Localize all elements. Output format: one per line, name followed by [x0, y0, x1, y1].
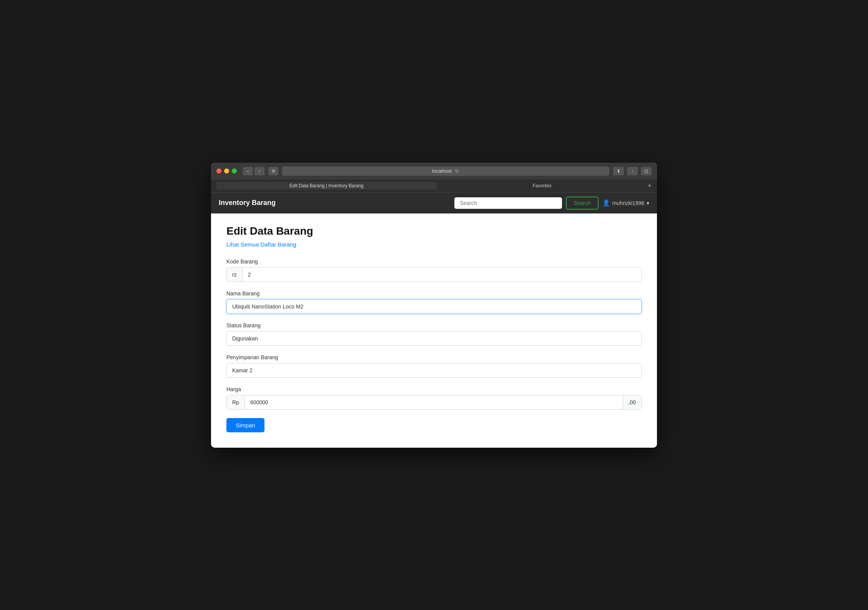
app-brand: Inventory Barang: [219, 199, 276, 207]
dropdown-arrow-icon: ▾: [647, 200, 649, 206]
minimize-button[interactable]: [224, 168, 229, 173]
back-link[interactable]: Lihat Semua Daftar Barang: [226, 241, 296, 248]
new-tab-button[interactable]: +: [648, 182, 652, 190]
reload-button[interactable]: ↻: [455, 168, 459, 174]
share-button[interactable]: ↑: [627, 167, 638, 175]
status-barang-input[interactable]: [226, 331, 642, 346]
new-window-button[interactable]: ⊡: [641, 167, 652, 175]
forward-button[interactable]: ›: [254, 167, 264, 175]
nama-barang-input[interactable]: [226, 299, 642, 314]
url-text: localhost: [432, 168, 452, 174]
page-title: Edit Data Barang: [226, 225, 642, 237]
traffic-lights: [216, 168, 237, 173]
kode-barang-input-group: rz: [226, 267, 642, 282]
download-button[interactable]: ⬇: [613, 167, 624, 175]
harga-suffix: ,00: [623, 395, 641, 409]
status-barang-label: Status Barang: [226, 322, 642, 328]
nav-buttons: ‹ ›: [243, 167, 264, 175]
tab-label[interactable]: Edit Data Barang | Inventory Barang: [216, 182, 437, 190]
close-button[interactable]: [216, 168, 221, 173]
harga-label: Harga: [226, 386, 642, 392]
search-input[interactable]: [454, 197, 562, 209]
favorites-bar: Edit Data Barang | Inventory Barang Favo…: [211, 180, 657, 193]
browser-window: ‹ › ⊞ localhost ↻ ⬇ ↑ ⊡ Edit Data Barang…: [211, 163, 657, 448]
user-icon: 👤: [602, 199, 610, 207]
harga-group: Harga Rp ,00: [226, 386, 642, 410]
kode-barang-input[interactable]: [243, 268, 641, 282]
app-navbar: Inventory Barang Search 👤 muhrizki1996 ▾: [211, 193, 657, 213]
penyimpanan-barang-input[interactable]: [226, 363, 642, 378]
nama-barang-group: Nama Barang: [226, 290, 642, 314]
harga-prefix: Rp: [227, 395, 245, 409]
kode-barang-label: Kode Barang: [226, 258, 642, 265]
status-barang-group: Status Barang: [226, 322, 642, 346]
maximize-button[interactable]: [232, 168, 237, 173]
nama-barang-label: Nama Barang: [226, 290, 642, 297]
browser-actions: ⬇ ↑ ⊡: [613, 167, 652, 175]
penyimpanan-barang-label: Penyimpanan Barang: [226, 354, 642, 360]
address-bar[interactable]: localhost ↻: [282, 167, 609, 176]
harga-input[interactable]: [245, 395, 623, 409]
title-bar: ‹ › ⊞ localhost ↻ ⬇ ↑ ⊡: [211, 163, 657, 180]
sidebar-toggle-button[interactable]: ⊞: [268, 167, 278, 175]
kode-barang-prefix: rz: [227, 268, 243, 282]
main-content: Edit Data Barang Lihat Semua Daftar Bara…: [211, 213, 657, 448]
kode-barang-group: Kode Barang rz: [226, 258, 642, 282]
back-button[interactable]: ‹: [243, 167, 253, 175]
simpan-button[interactable]: Simpan: [226, 418, 264, 432]
search-button[interactable]: Search: [566, 197, 598, 210]
username-label: muhrizki1996: [612, 200, 644, 206]
user-menu[interactable]: 👤 muhrizki1996 ▾: [602, 199, 649, 207]
favorites-label: Favorites: [437, 183, 648, 188]
navbar-right: Search 👤 muhrizki1996 ▾: [454, 197, 649, 210]
penyimpanan-barang-group: Penyimpanan Barang: [226, 354, 642, 378]
harga-input-group: Rp ,00: [226, 395, 642, 410]
